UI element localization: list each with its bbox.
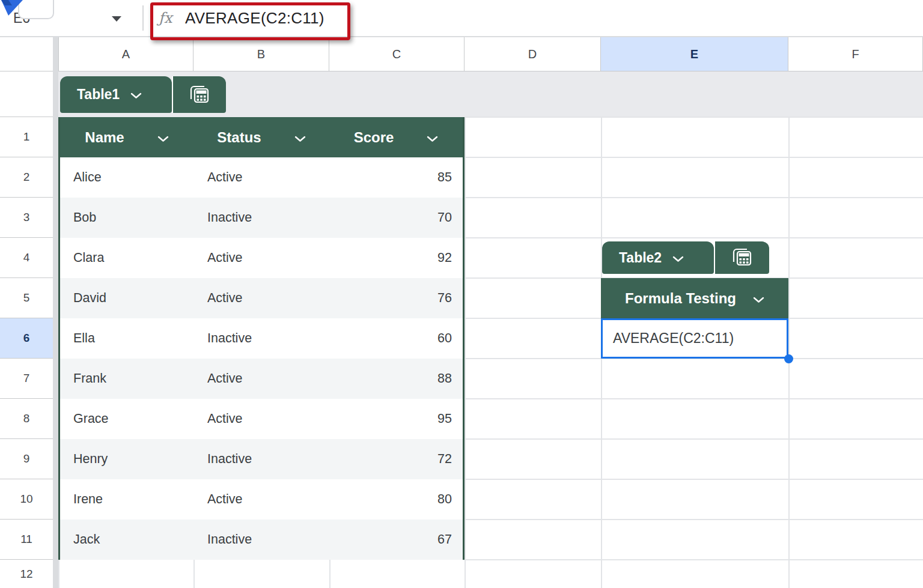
table1-header-row: Name Status Score	[60, 117, 463, 157]
row-header-3[interactable]: 3	[0, 198, 53, 238]
divider	[142, 5, 144, 31]
row-header-spacer	[0, 71, 53, 117]
table-row: Jack Inactive 67	[60, 520, 463, 560]
table-row: Frank Active 88	[60, 359, 463, 399]
cell-c5[interactable]: 76	[329, 278, 463, 318]
row-header-4[interactable]: 4	[0, 238, 53, 278]
cell-b8[interactable]: Active	[193, 399, 329, 439]
cell-c8[interactable]: 95	[329, 399, 463, 439]
cell-c4[interactable]: 92	[329, 238, 463, 278]
cell-b6[interactable]: Inactive	[193, 318, 329, 359]
cell-b2[interactable]: Active	[193, 157, 329, 198]
cell-c6[interactable]: 60	[329, 318, 463, 359]
table2-menu-button[interactable]	[714, 241, 769, 274]
gridline	[329, 560, 331, 588]
table1-header-score[interactable]: Score	[329, 117, 463, 157]
row-header-5[interactable]: 5	[0, 278, 53, 318]
fill-handle[interactable]	[784, 354, 793, 363]
gridline	[788, 117, 790, 588]
table-row: Alice Active 85	[60, 157, 463, 198]
spreadsheet-app: A B C D E F 1 2 3 4 5 6 7 8 9 10 11 12 T…	[0, 0, 923, 588]
chevron-down-icon	[753, 290, 764, 307]
row-header-divider-band	[53, 37, 58, 588]
table2-header-formula-testing[interactable]: Formula Testing	[601, 278, 788, 318]
cell-b4[interactable]: Active	[193, 238, 329, 278]
cell-a10[interactable]: Irene	[60, 479, 193, 520]
row-header-10[interactable]: 10	[0, 479, 53, 520]
table-row: Bob Inactive 70	[60, 198, 463, 238]
table2-header-label: Formula Testing	[625, 290, 736, 307]
table-row: Henry Inactive 72	[60, 439, 463, 479]
cell-a3[interactable]: Bob	[60, 198, 193, 238]
cell-b9[interactable]: Inactive	[193, 439, 329, 479]
row-header-8[interactable]: 8	[0, 399, 53, 439]
red-annotation-box	[150, 2, 350, 40]
chevron-down-icon	[672, 250, 684, 266]
table1-header-score-label: Score	[354, 129, 394, 146]
table1-chip-label: Table1	[77, 86, 120, 103]
column-header-c[interactable]: C	[329, 37, 465, 71]
chevron-down-icon	[427, 129, 438, 146]
column-header-f[interactable]: F	[788, 37, 923, 71]
cell-c3[interactable]: 70	[329, 198, 463, 238]
cell-c9[interactable]: 72	[329, 439, 463, 479]
chevron-down-icon	[157, 129, 169, 146]
table-row: David Active 76	[60, 278, 463, 318]
select-all-corner[interactable]	[0, 37, 53, 71]
table-calculator-icon	[189, 83, 210, 106]
chevron-down-icon	[294, 129, 306, 146]
cell-b3[interactable]: Inactive	[193, 198, 329, 238]
table-calculator-icon	[731, 246, 753, 269]
gridline	[58, 560, 59, 588]
table-row: Irene Active 80	[60, 479, 463, 520]
row-header-2[interactable]: 2	[0, 157, 53, 198]
column-header-a[interactable]: A	[58, 37, 193, 71]
cell-c2[interactable]: 85	[329, 157, 463, 198]
cell-a2[interactable]: Alice	[60, 157, 193, 198]
cell-a6[interactable]: Ella	[60, 318, 193, 359]
table-row: Clara Active 92	[60, 238, 463, 278]
table-row: Grace Active 95	[60, 399, 463, 439]
row-header-7[interactable]: 7	[0, 359, 53, 399]
table-row: Ella Inactive 60	[60, 318, 463, 359]
table2-chip[interactable]: Table2	[602, 241, 714, 274]
cell-a7[interactable]: Frank	[60, 359, 193, 399]
cell-a8[interactable]: Grace	[60, 399, 193, 439]
table1-menu-button[interactable]	[172, 76, 226, 113]
table1-header-name[interactable]: Name	[60, 117, 193, 157]
cell-c7[interactable]: 88	[329, 359, 463, 399]
column-header-d[interactable]: D	[465, 37, 601, 71]
cell-c11[interactable]: 67	[329, 520, 463, 560]
gridline	[193, 560, 195, 588]
clipped-blue-icon	[0, 0, 25, 19]
table1-header-name-label: Name	[85, 129, 124, 146]
cell-a5[interactable]: David	[60, 278, 193, 318]
cell-a4[interactable]: Clara	[60, 238, 193, 278]
cell-c10[interactable]: 80	[329, 479, 463, 520]
table1: Name Status Score Alice Active 85 Bob In…	[58, 117, 465, 560]
row-header-11[interactable]: 11	[0, 520, 53, 560]
row-header-9[interactable]: 9	[0, 439, 53, 479]
cell-a11[interactable]: Jack	[60, 520, 193, 560]
name-box-dropdown-icon[interactable]	[112, 16, 121, 22]
cell-b10[interactable]: Active	[193, 479, 329, 520]
cell-b5[interactable]: Active	[193, 278, 329, 318]
row-header-12[interactable]: 12	[0, 560, 53, 588]
column-header-b[interactable]: B	[193, 37, 329, 71]
gridline	[465, 117, 466, 588]
formula-bar: E6 ƒx AVERAGE(C2:C11)	[0, 0, 923, 37]
cell-a9[interactable]: Henry	[60, 439, 193, 479]
table1-header-status[interactable]: Status	[193, 117, 329, 157]
table1-header-status-label: Status	[217, 129, 261, 146]
row-header-1[interactable]: 1	[0, 117, 53, 157]
chevron-down-icon	[130, 86, 142, 103]
cell-b11[interactable]: Inactive	[193, 520, 329, 560]
selected-cell-e6[interactable]: AVERAGE(C2:C11)	[601, 318, 788, 359]
column-header-e-selected[interactable]: E	[601, 37, 788, 71]
row-header-6-selected[interactable]: 6	[0, 318, 53, 359]
table1-chip[interactable]: Table1	[60, 76, 172, 113]
cell-b7[interactable]: Active	[193, 359, 329, 399]
table2-chip-label: Table2	[619, 250, 662, 266]
